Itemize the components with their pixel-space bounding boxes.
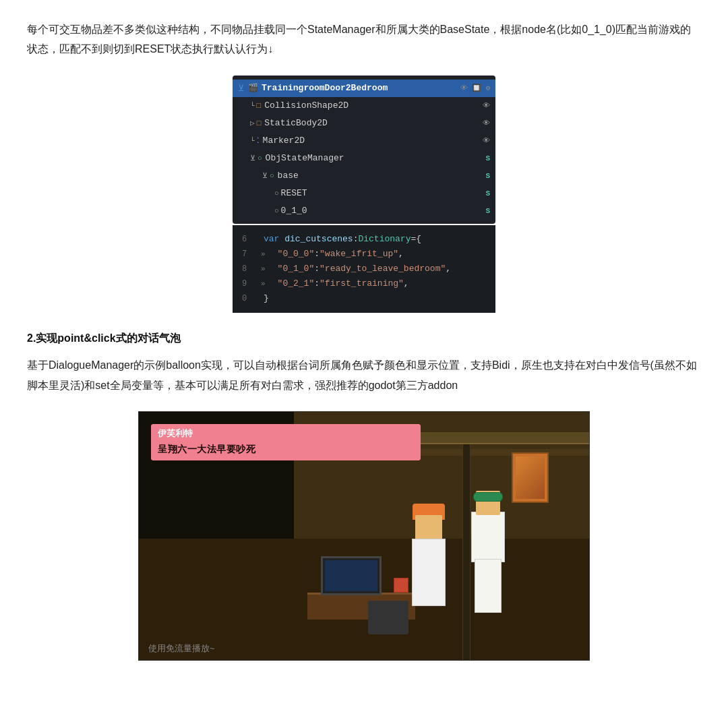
s-icon: S	[485, 154, 490, 162]
dialogue-text: 呈翔六一大法早要吵死	[151, 442, 421, 460]
line-num-9: 9	[242, 277, 254, 291]
character2	[468, 478, 508, 613]
tree-row-static[interactable]: ▷ □ StaticBody2D 👁	[233, 115, 495, 132]
leaf3-icon: ○	[274, 207, 279, 215]
godot-tree-panel: ⊻ 🎬 TrainingroomDoor2Bedroom 👁 🔲 ⚙ └ □ C…	[233, 76, 495, 224]
watermark: 使用免流量播放~	[148, 642, 215, 655]
tree-label-objstate: ObjStateManager	[266, 153, 486, 163]
tree-label-010: 0_1_0	[281, 206, 486, 216]
dialogue-character-name: 伊芙利特	[151, 424, 421, 442]
editor-panels: ⊻ 🎬 TrainingroomDoor2Bedroom 👁 🔲 ⚙ └ □ C…	[233, 76, 495, 313]
code-content-8: "0_1_0":"ready_to_leave_bedroom",	[270, 262, 451, 276]
row-icons-static: 👁	[483, 119, 490, 127]
row-icons-root: 👁 🔲 ⚙	[460, 84, 490, 92]
expand4-icon: ⊻	[262, 171, 268, 180]
s3-icon: S	[485, 189, 490, 198]
poster-inner	[516, 456, 545, 499]
code-line-9: 9 » "0_2_1":"first_training",	[242, 276, 486, 291]
lock-icon: 🔲	[472, 84, 481, 92]
static-icon: □	[257, 119, 262, 127]
char2-legs	[475, 559, 502, 613]
tree-row-base[interactable]: ⊻ ○ base S	[233, 167, 495, 185]
scene-icon: ⊻	[238, 83, 245, 94]
tree-row-reset[interactable]: ○ RESET S	[233, 185, 495, 202]
code-line-7: 7 » "0_0_0":"wake_ifrit_up",	[242, 247, 486, 262]
char1-body	[412, 539, 446, 606]
tree-label-root: TrainingroomDoor2Bedroom	[262, 83, 460, 93]
leaf-icon: └	[250, 137, 255, 145]
char1-head	[415, 515, 442, 542]
poster	[512, 452, 549, 503]
row-icons-base: S	[485, 172, 490, 180]
tree-label-marker: Marker2D	[263, 136, 483, 146]
game-screenshot: 伊芙利特 呈翔六一大法早要吵死 使用免流量播放~	[138, 411, 590, 661]
tree-row-root[interactable]: ⊻ 🎬 TrainingroomDoor2Bedroom 👁 🔲 ⚙	[233, 80, 495, 97]
base-icon: ○	[270, 172, 274, 180]
line-num-0: 0	[242, 292, 254, 305]
code-line-8: 8 » "0_1_0":"ready_to_leave_bedroom",	[242, 262, 486, 276]
arrow-9: »	[261, 278, 266, 291]
tree-row-collision[interactable]: └ □ CollisionShape2D 👁	[233, 97, 495, 115]
expand2-icon: ▷	[250, 119, 255, 127]
char2-goggle	[473, 492, 503, 502]
row-icons-marker: 👁	[483, 136, 490, 145]
code-content-9: "0_2_1":"first_training",	[270, 276, 409, 291]
leaf2-icon: ○	[274, 189, 279, 198]
expand3-icon: ⊻	[250, 154, 255, 162]
tree-row-010[interactable]: ○ 0_1_0 S	[233, 202, 495, 220]
section2-body: 基于DialogueManager的示例balloon实现，可以自动根据台词所属…	[27, 355, 701, 395]
s2-icon: S	[485, 172, 490, 180]
section2-title: 2.实现point&click式的对话气泡	[27, 332, 701, 346]
eye3-icon: 👁	[483, 119, 490, 127]
monitor	[321, 556, 382, 595]
code-content-0: }	[264, 291, 269, 306]
obj-icon: ○	[257, 154, 262, 162]
tree-label-base: base	[278, 171, 486, 181]
arrow-7: »	[261, 248, 266, 261]
s4-icon: S	[485, 207, 490, 215]
scene-tree: ⊻ 🎬 TrainingroomDoor2Bedroom 👁 🔲 ⚙ └ □ C…	[233, 76, 495, 224]
marker-icon: ⁚	[257, 136, 260, 145]
tree-row-objstate[interactable]: ⊻ ○ ObjStateManager S	[233, 150, 495, 167]
char2-body	[471, 512, 505, 562]
node-type-icon: 🎬	[248, 83, 258, 93]
intro-paragraph: 每个可交互物品差不多类似这种结构，不同物品挂载同一个StateManager和所…	[27, 20, 701, 59]
expand-icon: └	[250, 102, 255, 110]
tree-label-static: StaticBody2D	[264, 118, 483, 128]
tree-row-marker[interactable]: └ ⁚ Marker2D 👁	[233, 132, 495, 150]
monitor-screen	[325, 560, 377, 591]
dialogue-bubble: 伊芙利特 呈翔六一大法早要吵死	[151, 424, 421, 460]
line-num-7: 7	[242, 247, 254, 261]
eye2-icon: 👁	[483, 101, 490, 110]
line-num-8: 8	[242, 262, 254, 276]
eye-icon: 👁	[460, 84, 468, 92]
tree-label-reset: RESET	[281, 188, 486, 198]
row-icons-010: S	[485, 207, 490, 215]
collision-icon: □	[257, 102, 262, 110]
code-content-7: "0_0_0":"wake_ifrit_up",	[270, 247, 404, 262]
code-line-6: 6 var dic_cutscenes:Dictionary={	[242, 232, 486, 247]
character1	[402, 498, 456, 606]
code-panel: 6 var dic_cutscenes:Dictionary={ 7 » "0_…	[233, 225, 495, 313]
code-content-6: var dic_cutscenes:Dictionary={	[264, 232, 421, 247]
line-num-6: 6	[242, 233, 254, 246]
arrow-8: »	[261, 263, 266, 276]
code-line-0: 0 }	[242, 291, 486, 306]
link-icon: ⚙	[485, 84, 490, 92]
row-icons-objstate: S	[485, 154, 490, 162]
row-icons-reset: S	[485, 189, 490, 198]
row-icons-collision: 👁	[483, 101, 490, 110]
eye4-icon: 👁	[483, 136, 490, 145]
tree-label-collision: CollisionShape2D	[264, 100, 483, 111]
